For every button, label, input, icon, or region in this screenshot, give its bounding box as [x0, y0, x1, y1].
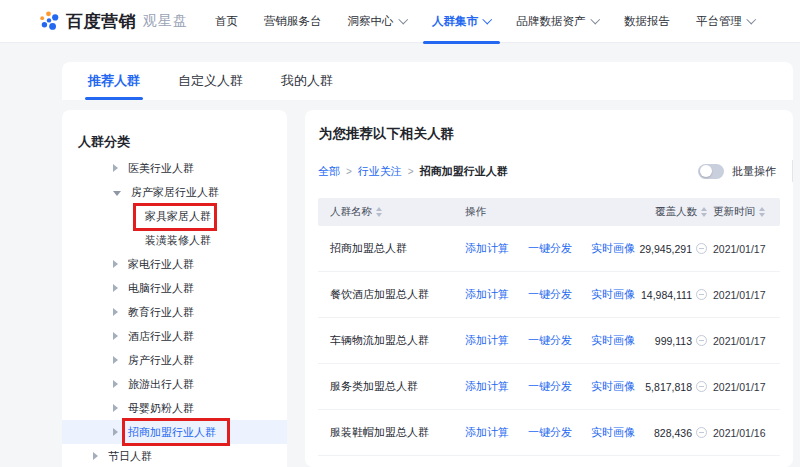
sort-icon[interactable]	[701, 207, 707, 217]
breadcrumb-all[interactable]: 全部	[318, 164, 340, 179]
add-calc-link[interactable]: 添加计算	[465, 241, 509, 256]
sidebar-item-label: 酒店行业人群	[128, 329, 194, 344]
page-title: 为您推荐以下相关人群	[319, 127, 780, 141]
sidebar-item-realestate-home[interactable]: 房产家居行业人群	[62, 180, 287, 204]
add-calc-link[interactable]: 添加计算	[465, 379, 509, 394]
nav-item-service-desk[interactable]: 营销服务台	[251, 0, 335, 43]
one-click-distribute-link[interactable]: 一键分发	[528, 287, 572, 302]
chevron-down-icon	[398, 15, 407, 24]
brand-logo-icon	[38, 10, 60, 32]
caret-right-icon	[113, 404, 118, 412]
batch-toggle-label: 批量操作	[732, 164, 776, 179]
table-row: 招商加盟总人群 添加计算 一键分发 实时画像 29,945,291 2021/0…	[318, 226, 780, 272]
sidebar-item-label: 家电行业人群	[128, 257, 194, 272]
minus-circle-icon[interactable]	[696, 427, 707, 438]
minus-circle-icon[interactable]	[696, 381, 707, 392]
top-navbar: 百度营销 观星盘 首页 营销服务台 洞察中心 人群集市 品牌数据资产 数据报告 …	[0, 0, 800, 43]
divider	[792, 160, 793, 182]
caret-right-icon	[113, 164, 118, 172]
one-click-distribute-link[interactable]: 一键分发	[528, 333, 572, 348]
one-click-distribute-link[interactable]: 一键分发	[528, 379, 572, 394]
realtime-portrait-link[interactable]: 实时画像	[591, 425, 635, 440]
sidebar-item-furniture[interactable]: 家具家居人群	[62, 204, 287, 228]
add-calc-link[interactable]: 添加计算	[465, 425, 509, 440]
sidebar-item-computer[interactable]: 电脑行业人群	[62, 276, 287, 300]
add-calc-link[interactable]: 添加计算	[465, 333, 509, 348]
sidebar-item-label: 教育行业人群	[128, 305, 194, 320]
audience-name: 招商加盟总人群	[318, 241, 465, 256]
toggle-knob	[700, 165, 712, 177]
column-header-updated[interactable]: 更新时间	[713, 205, 780, 219]
nav-item-insight-center[interactable]: 洞察中心	[335, 0, 420, 43]
nav-item-audience-market[interactable]: 人群集市	[419, 0, 504, 43]
caret-right-icon	[113, 308, 118, 316]
column-header-name[interactable]: 人群名称	[318, 205, 465, 219]
realtime-portrait-link[interactable]: 实时画像	[591, 379, 635, 394]
sidebar-item-realestate[interactable]: 房产行业人群	[62, 348, 287, 372]
one-click-distribute-link[interactable]: 一键分发	[528, 241, 572, 256]
caret-down-icon	[113, 191, 121, 196]
table-row: 车辆物流加盟总人群 添加计算 一键分发 实时画像 999,113 2021/01…	[318, 318, 780, 364]
recommended-audience-panel: 为您推荐以下相关人群 全部 > 行业关注 > 招商加盟行业人群 批量操作 人群名…	[305, 110, 793, 467]
sidebar-item-label: 房产家居行业人群	[131, 185, 219, 200]
nav-item-platform-admin[interactable]: 平台管理	[683, 0, 768, 43]
coverage-count: 999,113	[655, 335, 692, 347]
column-label: 覆盖人数	[655, 205, 697, 219]
sidebar-item-festival[interactable]: 节日人群	[62, 444, 287, 467]
realtime-portrait-link[interactable]: 实时画像	[591, 241, 635, 256]
breadcrumb-industry-focus[interactable]: 行业关注	[358, 164, 402, 179]
sidebar-item-franchise[interactable]: 招商加盟行业人群	[62, 420, 287, 444]
nav-item-label: 人群集市	[432, 14, 478, 29]
updated-date: 2021/01/17	[713, 243, 780, 255]
caret-right-icon	[113, 428, 118, 436]
nav-item-label: 首页	[215, 14, 238, 29]
sort-icon[interactable]	[376, 207, 382, 217]
sidebar-item-medical-beauty[interactable]: 医美行业人群	[62, 156, 287, 180]
caret-right-icon	[113, 332, 118, 340]
table-header: 人群名称 操作 覆盖人数 更新时间	[318, 198, 780, 226]
breadcrumb-separator: >	[346, 166, 352, 177]
nav-item-data-report[interactable]: 数据报告	[611, 0, 683, 43]
sidebar-item-decoration[interactable]: 装潢装修人群	[62, 228, 287, 252]
chevron-down-icon	[747, 15, 756, 24]
tab-recommended-audience[interactable]: 推荐人群	[88, 62, 140, 100]
tab-label: 我的人群	[281, 72, 333, 90]
column-header-coverage[interactable]: 覆盖人数	[635, 205, 713, 219]
minus-circle-icon[interactable]	[696, 243, 707, 254]
caret-right-icon	[113, 260, 118, 268]
tab-custom-audience[interactable]: 自定义人群	[178, 62, 243, 100]
sidebar-title: 人群分类	[78, 135, 287, 149]
realtime-portrait-link[interactable]: 实时画像	[591, 333, 635, 348]
column-header-actions: 操作	[465, 205, 635, 219]
nav-menu: 首页 营销服务台 洞察中心 人群集市 品牌数据资产 数据报告 平台管理	[202, 0, 768, 43]
sidebar-item-hotel[interactable]: 酒店行业人群	[62, 324, 287, 348]
sort-icon[interactable]	[759, 207, 765, 217]
table-row: 餐饮酒店加盟总人群 添加计算 一键分发 实时画像 14,984,111 2021…	[318, 272, 780, 318]
category-tree: 医美行业人群 房产家居行业人群 家具家居人群 装潢装修人群 家电行业人群 电脑行…	[62, 156, 287, 467]
caret-right-icon	[113, 284, 118, 292]
audience-category-panel: 人群分类 医美行业人群 房产家居行业人群 家具家居人群 装潢装修人群 家电行业人…	[62, 110, 287, 467]
minus-circle-icon[interactable]	[696, 289, 707, 300]
sidebar-item-mother-baby[interactable]: 母婴奶粉人群	[62, 396, 287, 420]
nav-item-label: 营销服务台	[264, 14, 322, 29]
tab-bar: 推荐人群 自定义人群 我的人群	[62, 62, 793, 100]
batch-toggle[interactable]	[698, 164, 724, 179]
one-click-distribute-link[interactable]: 一键分发	[528, 425, 572, 440]
sidebar-item-travel[interactable]: 旅游出行人群	[62, 372, 287, 396]
minus-circle-icon[interactable]	[696, 335, 707, 346]
sidebar-item-education[interactable]: 教育行业人群	[62, 300, 287, 324]
sidebar-item-appliance[interactable]: 家电行业人群	[62, 252, 287, 276]
audience-name: 车辆物流加盟总人群	[318, 333, 465, 348]
sidebar-item-label: 招商加盟行业人群	[128, 425, 216, 440]
coverage-count: 29,945,291	[639, 243, 692, 255]
brand-logo[interactable]: 百度营销 观星盘	[38, 10, 188, 33]
nav-item-brand-data-asset[interactable]: 品牌数据资产	[504, 0, 612, 43]
audience-name: 服务类加盟总人群	[318, 379, 465, 394]
realtime-portrait-link[interactable]: 实时画像	[591, 287, 635, 302]
nav-item-home[interactable]: 首页	[202, 0, 251, 43]
tab-my-audience[interactable]: 我的人群	[281, 62, 333, 100]
coverage-count: 5,817,818	[645, 381, 692, 393]
nav-item-label: 数据报告	[624, 14, 670, 29]
add-calc-link[interactable]: 添加计算	[465, 287, 509, 302]
audience-name: 服装鞋帽加盟总人群	[318, 425, 465, 440]
